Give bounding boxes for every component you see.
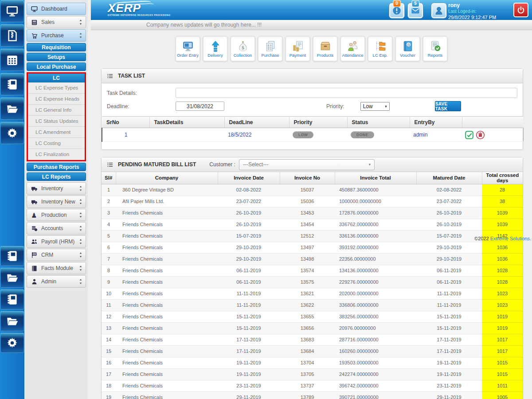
save-task-button[interactable]: SAVE TASK: [435, 101, 461, 111]
bill-invoice-date: 26-10-2019: [218, 219, 280, 230]
user-avatar[interactable]: [431, 3, 447, 19]
alerts-button[interactable]: 0: [389, 3, 405, 19]
task-actions-cell: [462, 128, 523, 142]
rail-tile[interactable]: [0, 333, 24, 353]
sidebar-accordion-item[interactable]: Sales: [27, 16, 86, 28]
sidebar-accordion-item[interactable]: Inventory New: [27, 196, 86, 208]
task-row: 1 18/5/2022 LOW DONE admin: [102, 128, 523, 142]
logout-power-button[interactable]: [513, 3, 528, 17]
sidebar-accordion-item[interactable]: Accounts: [27, 222, 86, 235]
toolbar-button[interactable]: @ Voucher: [395, 36, 420, 62]
lc-submenu-item[interactable]: LC Expense Heads: [28, 94, 85, 105]
bill-crossed-days: 1005: [482, 391, 523, 399]
bill-company: Friends Chemicals: [116, 265, 218, 276]
panel-title: TASK LIST: [118, 73, 145, 79]
toolbar-button[interactable]: Delivery: [203, 36, 228, 62]
rail-tile[interactable]: [0, 311, 24, 331]
main-area: XERP EXTREME ENTERPRISE RESOURCES PROCES…: [91, 0, 532, 399]
sidebar-accordion-item[interactable]: Payroll (HRM): [27, 235, 86, 248]
toolbar-button-label: LC Exp.: [373, 53, 388, 58]
rail-tile[interactable]: [0, 289, 24, 309]
sidebar-accordion-item[interactable]: CRM: [27, 249, 86, 261]
app-logo[interactable]: XERP EXTREME ENTERPRISE RESOURCES PROCES…: [108, 2, 171, 16]
rail-tile[interactable]: [0, 268, 24, 288]
toolbar-button[interactable]: Reports: [422, 36, 448, 62]
toolbar-button[interactable]: Payment: [285, 36, 310, 62]
rail-tile[interactable]: [0, 122, 24, 144]
table-row: 18 Friends Chemicals 23-11-2019 13737 39…: [102, 380, 523, 391]
messages-button[interactable]: 5: [407, 3, 423, 19]
sidebar-section-button[interactable]: Requisition: [27, 43, 86, 51]
sidebar-accordion-item[interactable]: Admin: [27, 275, 86, 288]
column-header: Invoice Total: [335, 172, 416, 184]
folder-icon: [6, 272, 18, 284]
gear-icon: [6, 337, 18, 349]
task-srno[interactable]: 1: [102, 128, 149, 142]
lc-submenu-item[interactable]: LC Expense Types: [28, 82, 85, 94]
bill-invoice-total: 20976.00000000: [335, 322, 416, 334]
lc-submenu-item[interactable]: LC Costing: [28, 138, 85, 149]
voucher-icon: @: [402, 40, 414, 52]
expand-collapse-icon[interactable]: [78, 265, 83, 271]
sidebar-accordion-item[interactable]: Inventory: [27, 182, 86, 195]
lc-submenu-item[interactable]: LC General Info: [28, 105, 85, 116]
sidebar-item-label: Facts Module: [41, 265, 78, 271]
company-link[interactable]: Extreme Solutions.: [490, 236, 531, 241]
toolbar-button[interactable]: Order Entry: [175, 36, 200, 62]
toolbar-button[interactable]: LC Exp.: [368, 36, 393, 62]
rail-tile[interactable]: [0, 73, 24, 95]
bill-company: Friends Chemicals: [116, 345, 218, 357]
pending-bills-header: PENDING MATURED BILL LIST Customer : ---…: [102, 157, 523, 172]
toolbar-button[interactable]: Products: [313, 36, 338, 62]
toolbar-button[interactable]: $ Collection: [230, 36, 255, 62]
panel-spacer: [102, 142, 523, 149]
task-entryby[interactable]: admin: [410, 128, 462, 142]
attendance-icon: [347, 40, 359, 52]
table-row: 11 Friends Chemicals 11-11-2019 13622 33…: [102, 299, 523, 311]
deadline-input[interactable]: [176, 102, 224, 111]
mark-done-icon[interactable]: [465, 130, 474, 140]
rail-tile[interactable]: [0, 246, 24, 266]
sidebar-section-button[interactable]: Purchase Reports: [27, 163, 86, 171]
rail-tile[interactable]: [0, 24, 24, 47]
lc-submenu-item[interactable]: LC Finalization: [28, 149, 85, 160]
toolbar-button[interactable]: Purchase: [258, 36, 283, 62]
bill-company: Friends Chemicals: [116, 253, 218, 265]
expand-collapse-icon[interactable]: [78, 199, 83, 205]
bill-sl: 19: [102, 391, 116, 399]
deadline-label: Deadline:: [107, 103, 176, 110]
sidebar-section-button[interactable]: Local Purchase: [27, 63, 86, 71]
delete-task-icon[interactable]: [476, 130, 485, 140]
rail-tile[interactable]: [0, 0, 24, 22]
sidebar-section-button[interactable]: Setups: [27, 53, 86, 61]
priority-select[interactable]: Low ▾: [360, 102, 390, 111]
expand-collapse-icon[interactable]: [78, 32, 83, 39]
expand-collapse-icon[interactable]: [78, 239, 83, 245]
expand-collapse-icon[interactable]: [78, 185, 83, 192]
sidebar-accordion-item[interactable]: ♟ Production: [27, 209, 86, 221]
expand-collapse-icon[interactable]: [78, 212, 83, 218]
expand-collapse-icon[interactable]: [78, 252, 83, 258]
lc-submenu-item[interactable]: LC Status Updates: [28, 116, 85, 127]
sidebar-accordion-item[interactable]: Purchase: [27, 29, 86, 42]
bill-company: Friends Chemicals: [116, 368, 218, 380]
toolbar-button[interactable]: Attendance: [340, 36, 365, 62]
expand-collapse-icon[interactable]: [78, 278, 83, 285]
rail-tile[interactable]: [0, 98, 24, 120]
panel-title: PENDING MATURED BILL LIST: [118, 161, 196, 168]
lc-submenu-item[interactable]: LC Amendment: [28, 127, 85, 138]
rail-tile[interactable]: [0, 49, 24, 71]
expand-collapse-icon[interactable]: [78, 225, 83, 231]
bill-invoice-no: 13789: [280, 391, 335, 399]
sidebar-item-lc[interactable]: LC: [28, 74, 85, 82]
column-header: Company: [116, 172, 218, 184]
task-deadline[interactable]: 18/5/2022: [224, 128, 289, 142]
bill-invoice-total: 160260.00000000: [335, 345, 416, 357]
sidebar-section-button[interactable]: LC Reports: [27, 172, 86, 181]
customer-select[interactable]: ---Select--- ▾: [239, 159, 375, 170]
expand-collapse-icon[interactable]: [78, 19, 83, 25]
sidebar-accordion-item[interactable]: Dashboard: [27, 3, 86, 15]
task-details-input[interactable]: [176, 88, 517, 98]
sidebar-accordion-item[interactable]: Facts Module: [27, 262, 86, 274]
table-row: 2 Afil Paper Mills Ltd. 23-07-2022 15036…: [102, 196, 523, 207]
